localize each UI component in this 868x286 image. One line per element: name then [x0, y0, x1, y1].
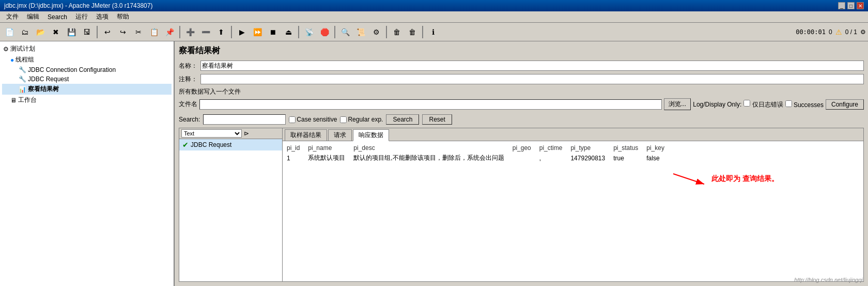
toolbar-cut-btn[interactable]: ✂: [131, 25, 146, 39]
result-status-icon: ✔: [182, 141, 189, 149]
tree-label-jdbc-config: JDBC Connection Configuration: [28, 66, 116, 73]
toolbar-remote-start-btn[interactable]: 📡: [302, 25, 316, 39]
toolbar-warning-icon: ⚠: [835, 28, 842, 36]
toolbar-saveall-btn[interactable]: 🖫: [80, 25, 94, 39]
toolbar-paste-btn[interactable]: 📌: [162, 25, 177, 39]
result-item-jdbc-request[interactable]: ✔ JDBC Request: [179, 139, 282, 150]
response-table: pi_id pi_name pi_desc pi_geo pi_ctime pi…: [285, 143, 671, 163]
toolbar-copy-btn[interactable]: 📋: [147, 25, 161, 39]
case-sensitive-checkbox[interactable]: [289, 116, 296, 123]
menu-run[interactable]: 运行: [71, 11, 92, 22]
results-list-header: Text ResponseCode ResponseMessage ⊳: [179, 128, 282, 139]
table-cell: [510, 153, 537, 163]
log-display-label: Log/Display Only:: [693, 101, 741, 108]
table-cell: 系统默认项目: [306, 153, 351, 163]
menu-edit[interactable]: 编辑: [23, 11, 43, 22]
search-label: Search:: [179, 116, 200, 123]
toolbar-start-btn[interactable]: ▶: [235, 25, 249, 39]
toolbar-settings-icon[interactable]: ⚙: [860, 28, 866, 36]
regular-exp-label: Regular exp.: [340, 116, 383, 123]
regular-exp-checkbox[interactable]: [340, 116, 347, 123]
toolbar-stop-btn[interactable]: ⏹: [266, 25, 280, 39]
arrow-svg: [668, 169, 709, 189]
toolbar-shutdown-btn[interactable]: ⏏: [281, 25, 296, 39]
menubar: 文件 编辑 Search 运行 选项 帮助: [0, 11, 868, 23]
toolbar-move-up-btn[interactable]: ⬆: [214, 25, 228, 39]
toolbar-log-btn[interactable]: 📜: [353, 25, 368, 39]
reset-button[interactable]: Reset: [422, 114, 452, 125]
tree-item-workbench[interactable]: 🖥 工作台: [2, 95, 172, 106]
successes-checkbox[interactable]: [785, 100, 792, 107]
toolbar-info-btn[interactable]: ℹ: [426, 25, 440, 39]
only-errors-label: 仅日志错误: [743, 100, 783, 109]
toolbar-open-btn[interactable]: 📂: [33, 25, 48, 39]
tab-request[interactable]: 请求: [328, 129, 352, 141]
search-input[interactable]: [203, 114, 286, 125]
comment-input[interactable]: [200, 74, 864, 84]
toolbar-clear-all-btn[interactable]: 🗑: [405, 25, 420, 39]
tree-icon-result-tree: 📊: [19, 86, 26, 93]
toolbar-add-btn[interactable]: ➕: [183, 25, 197, 39]
test-tree: ⚙ 测试计划 ● 线程组 🔧 JDBC Connection Configura…: [0, 41, 175, 286]
only-errors-checkbox[interactable]: [743, 100, 750, 107]
toolbar-new-btn[interactable]: 📄: [2, 25, 17, 39]
toolbar-request-count: 0 / 1: [845, 28, 857, 36]
toolbar-warning-count: 0: [829, 28, 832, 36]
toolbar-start-no-pause-btn[interactable]: ⏩: [250, 25, 265, 39]
case-sensitive-label: Case sensitive: [289, 116, 337, 123]
table-cell: false: [644, 153, 671, 163]
toolbar-undo-btn[interactable]: ↩: [100, 25, 115, 39]
search-button[interactable]: Search: [386, 114, 419, 125]
toolbar-results-btn[interactable]: 🔍: [338, 25, 352, 39]
titlebar-controls[interactable]: _ □ ✕: [838, 2, 864, 9]
file-input[interactable]: [199, 99, 662, 110]
menu-search[interactable]: Search: [43, 12, 71, 22]
close-btn[interactable]: ✕: [857, 2, 864, 9]
tab-sampler-result[interactable]: 取样器结果: [285, 129, 327, 141]
toolbar-sep-4: [298, 26, 299, 38]
titlebar: jdbc.jmx (D:\jdbc.jmx) - Apache JMeter (…: [0, 0, 868, 11]
tree-item-result-tree[interactable]: 📊 察看结果树: [2, 84, 172, 95]
toolbar-redo-btn[interactable]: ↪: [116, 25, 130, 39]
comment-row: 注释：: [179, 74, 864, 84]
browse-button[interactable]: 浏览...: [664, 98, 691, 110]
toolbar-close-btn[interactable]: ✖: [49, 25, 63, 39]
watermark: http://blog.csdn.net/liujingqi: [794, 277, 863, 283]
tab-response-data[interactable]: 响应数据: [353, 129, 389, 141]
name-input[interactable]: [200, 61, 864, 71]
expand-icon: ⊳: [244, 130, 249, 137]
toolbar-clear-btn[interactable]: 🗑: [390, 25, 404, 39]
col-pi_ctime: pi_ctime: [537, 143, 569, 153]
maximize-btn[interactable]: □: [847, 2, 855, 9]
menu-help[interactable]: 帮助: [113, 11, 133, 22]
table-row: 1系统默认项目默认的项目组,不能删除该项目，删除后，系统会出问题,1479290…: [285, 153, 671, 163]
col-pi_name: pi_name: [306, 143, 351, 153]
tree-item-test-plan[interactable]: ⚙ 测试计划: [2, 43, 172, 54]
tree-item-jdbc-request[interactable]: 🔧 JDBC Request: [2, 74, 172, 84]
toolbar-remote-stop-btn[interactable]: 🛑: [317, 25, 332, 39]
tree-icon-jdbc-request: 🔧: [19, 76, 26, 83]
configure-button[interactable]: Configure: [826, 99, 864, 110]
results-list: Text ResponseCode ResponseMessage ⊳ ✔ JD…: [179, 128, 283, 281]
tree-item-jdbc-config[interactable]: 🔧 JDBC Connection Configuration: [2, 65, 172, 74]
minimize-btn[interactable]: _: [838, 2, 845, 9]
tree-item-thread-group[interactable]: ● 线程组: [2, 54, 172, 65]
toolbar-sep-5: [334, 26, 335, 38]
svg-line-1: [673, 174, 704, 184]
table-cell: 1: [285, 153, 306, 163]
results-list-select[interactable]: Text ResponseCode ResponseMessage: [181, 129, 242, 138]
table-header-row: pi_id pi_name pi_desc pi_geo pi_ctime pi…: [285, 143, 671, 153]
annotation-area: 此处即为 查询结果。: [285, 163, 861, 194]
toolbar-remove-btn[interactable]: ➖: [198, 25, 213, 39]
toolbar-sep-3: [231, 26, 232, 38]
menu-options[interactable]: 选项: [92, 11, 113, 22]
tree-label-workbench: 工作台: [18, 96, 37, 104]
toolbar-templates-btn[interactable]: 🗂: [18, 25, 32, 39]
tree-label-thread-group: 线程组: [16, 55, 34, 64]
toolbar-function-btn[interactable]: ⚙: [369, 25, 383, 39]
result-item-label: JDBC Request: [191, 141, 231, 148]
menu-file[interactable]: 文件: [2, 11, 23, 22]
toolbar-save-btn[interactable]: 💾: [64, 25, 79, 39]
col-pi_status: pi_status: [611, 143, 644, 153]
successes-label: Successes: [785, 100, 824, 109]
